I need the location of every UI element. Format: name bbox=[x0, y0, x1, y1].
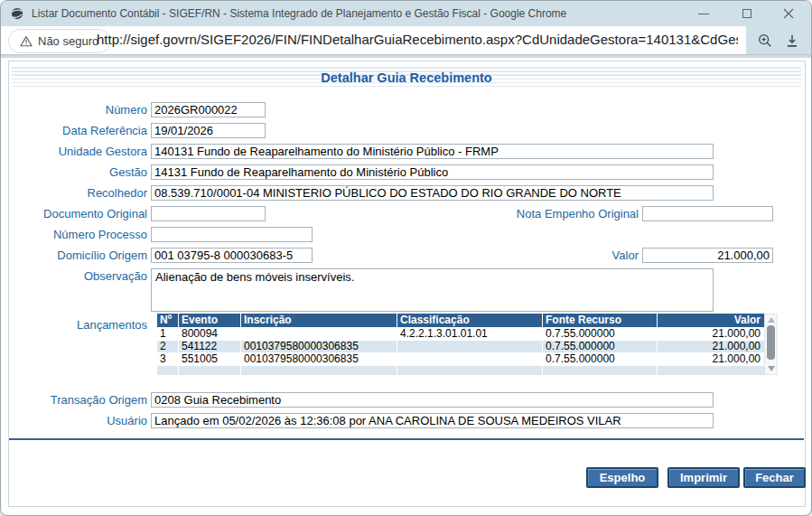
col-header-inscricao: Inscrição bbox=[241, 314, 397, 327]
table-cell: 21.000,00 bbox=[658, 328, 764, 340]
table-cell bbox=[397, 341, 542, 352]
usuario-label: Usuário bbox=[3, 414, 147, 427]
address-bar[interactable]: Não seguro http://sigef.govrn/SIGEF2026/… bbox=[1, 26, 811, 55]
content-top-divider bbox=[1, 55, 811, 58]
table-cell: 0.7.55.000000 bbox=[543, 328, 657, 340]
triangle-up-icon[interactable] bbox=[768, 317, 775, 323]
table-cell: 800094 bbox=[179, 328, 240, 340]
table-cell bbox=[241, 328, 397, 340]
unidade-gestora-label: Unidade Gestora bbox=[3, 145, 147, 158]
minimize-icon bbox=[698, 14, 709, 14]
table-empty-cell bbox=[658, 366, 764, 375]
numero-label: Número bbox=[3, 103, 147, 117]
warning-triangle-icon bbox=[20, 35, 33, 47]
maximize-icon bbox=[742, 9, 751, 18]
imprimir-button[interactable]: Imprimir bbox=[667, 467, 740, 488]
table-cell: 0010379580000306835 bbox=[241, 353, 397, 365]
recolhedor-field[interactable] bbox=[151, 185, 714, 201]
documento-original-label: Documento Original bbox=[3, 207, 147, 220]
minimize-button[interactable] bbox=[686, 1, 722, 26]
table-scrollbar[interactable] bbox=[764, 314, 778, 375]
window-titlebar[interactable]: Listar Documento Contábil - SIGEF/RN - S… bbox=[1, 1, 811, 26]
download-icon[interactable] bbox=[784, 33, 800, 49]
domicilio-origem-field[interactable] bbox=[151, 248, 313, 263]
triangle-down-icon[interactable] bbox=[768, 366, 775, 371]
magnifier-plus-icon[interactable] bbox=[757, 33, 773, 49]
table-cell: 541122 bbox=[179, 341, 240, 352]
espelho-button[interactable]: Espelho bbox=[586, 467, 658, 488]
transacao-origem-label: Transação Origem bbox=[3, 393, 147, 407]
data-referencia-field[interactable] bbox=[151, 123, 266, 138]
col-header-classificacao: Classificação bbox=[397, 314, 542, 327]
observacao-label: Observação bbox=[3, 269, 147, 283]
gestao-label: Gestão bbox=[3, 165, 147, 179]
valor-label: Valor bbox=[507, 249, 639, 262]
table-cell: 1 bbox=[157, 328, 178, 340]
table-empty-cell bbox=[157, 366, 178, 375]
col-header-evento: Evento bbox=[179, 314, 240, 327]
col-header-fonte-recurso: Fonte Recurso bbox=[543, 314, 657, 327]
window-title: Listar Documento Contábil - SIGEF/RN - S… bbox=[32, 7, 566, 20]
close-button[interactable] bbox=[770, 1, 807, 26]
table-cell: 0.7.55.000000 bbox=[543, 353, 657, 365]
table-empty-cell bbox=[241, 366, 397, 375]
documento-original-field[interactable] bbox=[151, 206, 266, 221]
valor-field[interactable] bbox=[642, 248, 773, 263]
numero-processo-label: Número Processo bbox=[3, 228, 147, 241]
lancamentos-table[interactable]: Nº Evento Inscrição Classificação Fonte … bbox=[157, 314, 764, 375]
lancamentos-label: Lançamentos bbox=[3, 318, 147, 332]
table-cell: 0010379580000306835 bbox=[241, 341, 397, 352]
url-text[interactable]: http://sigef.govrn/SIGEF2026/FIN/FINDeta… bbox=[97, 32, 738, 47]
table-cell: 0.7.55.000000 bbox=[543, 341, 657, 352]
numero-processo-field[interactable] bbox=[151, 227, 313, 242]
addressbar-icon-zone bbox=[746, 26, 811, 54]
recolhedor-label: Recolhedor bbox=[3, 186, 147, 200]
data-referencia-label: Data Referência bbox=[3, 124, 147, 137]
table-empty-cell bbox=[179, 366, 240, 375]
col-header-valor: Valor bbox=[658, 314, 764, 327]
table-cell: 21.000,00 bbox=[658, 353, 764, 365]
security-badge-label: Não seguro bbox=[38, 34, 98, 48]
globe-icon bbox=[11, 7, 23, 20]
table-empty-cell bbox=[543, 366, 657, 375]
security-badge[interactable]: Não seguro bbox=[8, 29, 110, 53]
col-header-numero: Nº bbox=[157, 314, 178, 327]
table-cell: 551005 bbox=[179, 353, 240, 365]
domicilio-origem-label: Domicílio Origem bbox=[3, 249, 147, 262]
table-cell: 2 bbox=[157, 341, 178, 352]
table-cell: 3 bbox=[157, 353, 178, 365]
table-cell: 21.000,00 bbox=[658, 341, 764, 352]
maximize-button[interactable] bbox=[729, 1, 765, 26]
unidade-gestora-field[interactable] bbox=[151, 144, 714, 159]
table-cell: 4.2.2.1.3.01.01.01 bbox=[397, 328, 542, 340]
nota-empenho-original-label: Nota Empenho Original bbox=[471, 207, 639, 220]
nota-empenho-original-field[interactable] bbox=[642, 206, 773, 221]
browser-popup-window: Listar Documento Contábil - SIGEF/RN - S… bbox=[0, 0, 812, 516]
page-title: Detalhar Guia Recebimento bbox=[313, 70, 499, 85]
fechar-button[interactable]: Fechar bbox=[743, 467, 806, 488]
table-empty-cell bbox=[397, 366, 542, 375]
table-cell bbox=[397, 353, 542, 365]
footer-divider bbox=[9, 438, 804, 440]
observacao-field[interactable]: Alienação de bens móveis inservíveis. bbox=[151, 268, 714, 312]
numero-field[interactable] bbox=[151, 102, 266, 117]
scrollbar-thumb[interactable] bbox=[767, 325, 775, 360]
close-icon bbox=[783, 8, 794, 19]
transacao-origem-field[interactable] bbox=[151, 392, 714, 408]
gestao-field[interactable] bbox=[151, 164, 714, 180]
usuario-field[interactable] bbox=[151, 413, 714, 428]
page-title-band: Detalhar Guia Recebimento bbox=[12, 67, 801, 89]
